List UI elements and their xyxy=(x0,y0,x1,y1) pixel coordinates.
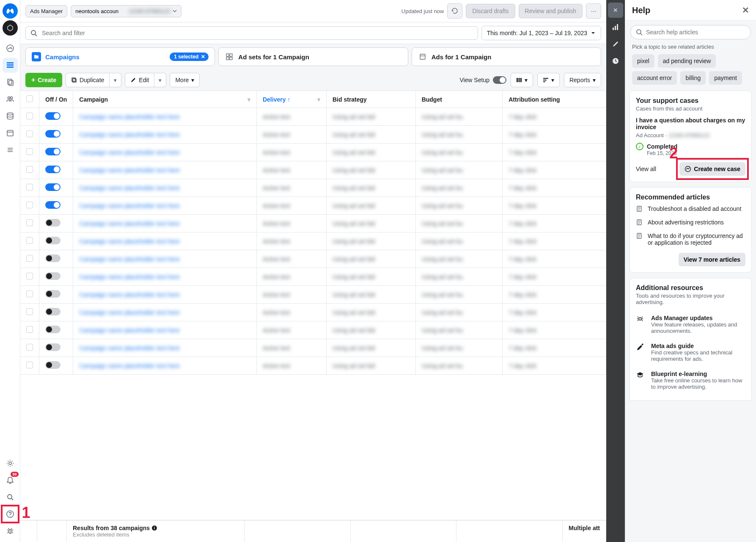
table-row[interactable]: Campaign name placeholder text here Acti… xyxy=(20,286,606,304)
refresh-button[interactable] xyxy=(447,3,462,19)
row-toggle[interactable] xyxy=(45,237,60,244)
help-icon[interactable] xyxy=(3,506,18,522)
row-toggle[interactable] xyxy=(45,219,60,227)
column-delivery[interactable]: Delivery ↑▾ xyxy=(256,91,326,108)
charts-icon[interactable] xyxy=(608,19,623,35)
meta-logo-icon[interactable] xyxy=(3,3,18,19)
table-row[interactable]: Campaign name placeholder text here Acti… xyxy=(20,304,606,321)
row-toggle[interactable] xyxy=(45,343,60,351)
create-button[interactable]: +Create xyxy=(25,73,62,87)
billing-icon[interactable] xyxy=(3,108,18,124)
table-row[interactable]: Campaign name placeholder text here Acti… xyxy=(20,215,606,232)
table-row[interactable]: Campaign name placeholder text here Acti… xyxy=(20,144,606,161)
resource-link[interactable]: Ads Manager updatesView feature releases… xyxy=(636,310,745,338)
clear-selection-icon[interactable]: ✕ xyxy=(201,54,205,60)
topic-chip[interactable]: ad pending review xyxy=(658,54,716,68)
table-row[interactable]: Campaign name placeholder text here Acti… xyxy=(20,108,606,126)
row-toggle[interactable] xyxy=(45,201,60,209)
bug-icon[interactable] xyxy=(3,523,18,539)
row-toggle[interactable] xyxy=(45,290,60,298)
duplicate-dropdown[interactable]: ▾ xyxy=(110,73,121,87)
article-link[interactable]: What to do if your cryptocurrency ad or … xyxy=(636,229,745,249)
table-row[interactable]: Campaign name placeholder text here Acti… xyxy=(20,197,606,215)
duplicate-button[interactable]: Duplicate xyxy=(66,73,110,87)
column-offon[interactable]: Off / On xyxy=(39,91,73,108)
row-checkbox[interactable] xyxy=(26,219,33,226)
search-icon[interactable] xyxy=(3,489,18,505)
row-toggle[interactable] xyxy=(45,148,60,155)
row-toggle[interactable] xyxy=(45,361,60,369)
table-row[interactable]: Campaign name placeholder text here Acti… xyxy=(20,126,606,144)
view-all-link[interactable]: View all xyxy=(636,166,656,172)
row-checkbox[interactable] xyxy=(26,237,33,244)
search-filter-input[interactable] xyxy=(42,30,473,36)
column-bid[interactable]: Bid strategy xyxy=(327,91,416,108)
app-name-chip[interactable]: Ads Manager xyxy=(25,5,67,17)
table-row[interactable]: Campaign name placeholder text here Acti… xyxy=(20,179,606,197)
resource-link[interactable]: Blueprint e-learningTake free online cou… xyxy=(636,366,745,394)
row-toggle[interactable] xyxy=(45,272,60,280)
row-checkbox[interactable] xyxy=(26,113,33,119)
notifications-bell-icon[interactable]: 99 xyxy=(3,473,18,488)
discard-drafts-button[interactable]: Discard drafts xyxy=(466,4,515,18)
tab-ads[interactable]: Ads for 1 Campaign xyxy=(412,47,601,66)
row-checkbox[interactable] xyxy=(26,148,33,155)
history-clock-icon[interactable] xyxy=(608,53,623,69)
search-filter-box[interactable] xyxy=(25,26,478,40)
date-range-selector[interactable]: This month: Jul 1, 2023 – Jul 19, 2023 xyxy=(481,26,601,40)
account-selector[interactable]: 12345 67890123 xyxy=(71,5,181,17)
reports-button[interactable]: Reports ▾ xyxy=(564,73,601,87)
close-help-icon[interactable]: ✕ xyxy=(742,5,749,15)
row-checkbox[interactable] xyxy=(26,290,33,297)
row-checkbox[interactable] xyxy=(26,166,33,173)
row-checkbox[interactable] xyxy=(26,362,33,368)
resource-link[interactable]: Meta ads guideFind creative specs and te… xyxy=(636,338,745,366)
tab-campaigns[interactable]: Campaigns 1 selected✕ xyxy=(25,47,215,66)
audiences-icon[interactable] xyxy=(3,91,18,107)
topic-chip[interactable]: payment xyxy=(709,71,742,85)
article-link[interactable]: About advertising restrictions xyxy=(636,216,745,229)
topic-chip[interactable]: account error xyxy=(632,71,677,85)
more-menu-button[interactable]: ⋯ xyxy=(586,3,601,19)
events-icon[interactable] xyxy=(3,125,18,141)
row-checkbox[interactable] xyxy=(26,255,33,262)
row-toggle[interactable] xyxy=(45,308,60,315)
article-link[interactable]: Troubleshoot a disabled ad account xyxy=(636,202,745,216)
column-budget[interactable]: Budget xyxy=(415,91,503,108)
row-checkbox[interactable] xyxy=(26,344,33,351)
edit-dropdown[interactable]: ▾ xyxy=(154,73,166,87)
table-row[interactable]: Campaign name placeholder text here Acti… xyxy=(20,268,606,286)
menu-icon[interactable] xyxy=(3,142,18,158)
review-publish-button[interactable]: Review and publish xyxy=(519,4,583,18)
columns-button[interactable]: ▾ xyxy=(511,73,533,87)
edit-button[interactable]: Edit xyxy=(125,73,154,87)
account-avatar-icon[interactable] xyxy=(3,20,18,36)
column-campaign[interactable]: Campaign ▾ xyxy=(73,91,257,108)
account-name-input[interactable] xyxy=(75,8,126,14)
topic-chip[interactable]: billing xyxy=(680,71,706,85)
ads-manager-icon[interactable] xyxy=(3,58,18,73)
settings-gear-icon[interactable] xyxy=(3,456,18,471)
edit-pencil-icon[interactable] xyxy=(608,36,623,52)
row-toggle[interactable] xyxy=(45,130,60,138)
view-setup-toggle[interactable]: View Setup xyxy=(459,76,506,84)
view-more-articles-button[interactable]: View 7 more articles xyxy=(679,253,745,266)
selected-count-pill[interactable]: 1 selected✕ xyxy=(170,53,209,61)
row-toggle[interactable] xyxy=(45,326,60,333)
tab-adsets[interactable]: Ad sets for 1 Campaign xyxy=(218,47,408,66)
table-row[interactable]: Campaign name placeholder text here Acti… xyxy=(20,321,606,339)
row-checkbox[interactable] xyxy=(26,273,33,279)
column-attribution[interactable]: Attribution setting xyxy=(503,91,606,108)
table-row[interactable]: Campaign name placeholder text here Acti… xyxy=(20,250,606,268)
row-toggle[interactable] xyxy=(45,112,60,120)
info-icon[interactable]: i xyxy=(151,525,157,531)
row-toggle[interactable] xyxy=(45,183,60,191)
row-checkbox[interactable] xyxy=(26,308,33,315)
dashboard-icon[interactable] xyxy=(3,41,18,56)
copy-icon[interactable] xyxy=(3,75,18,90)
breakdown-button[interactable]: ▾ xyxy=(537,73,560,87)
table-row[interactable]: Campaign name placeholder text here Acti… xyxy=(20,161,606,179)
help-search-box[interactable] xyxy=(630,25,751,39)
create-new-case-button[interactable]: Create new case xyxy=(679,162,745,176)
more-button[interactable]: More ▾ xyxy=(170,73,200,87)
